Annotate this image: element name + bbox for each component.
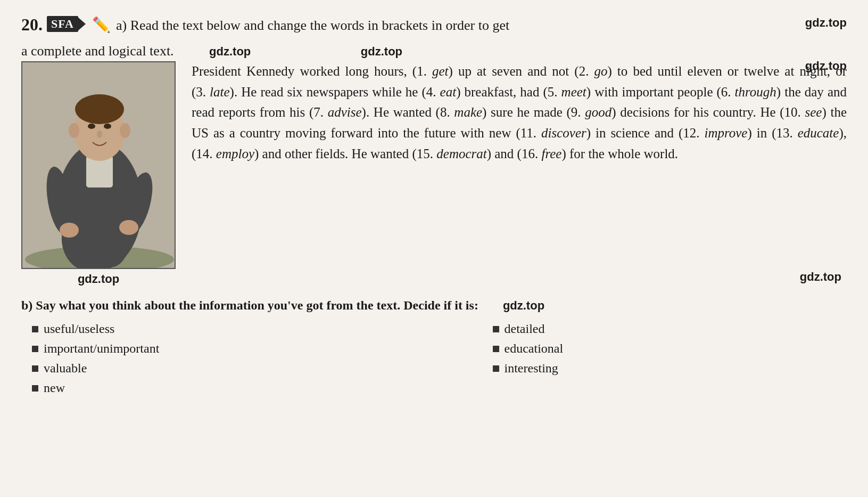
svg-point-16 xyxy=(60,223,79,238)
bullet-icon xyxy=(32,385,38,392)
instruction-line2-container: a complete and logical text. gdz.top gdz… xyxy=(21,42,847,61)
bullet-icon xyxy=(493,346,499,352)
svg-point-8 xyxy=(75,94,124,124)
exercise-header: 20. SFA ✏️ a) Read the text below and ch… xyxy=(21,16,847,35)
bullet-icon xyxy=(493,365,499,372)
svg-point-10 xyxy=(104,124,111,129)
svg-point-13 xyxy=(120,123,130,138)
list-item: useful/useless xyxy=(32,322,386,336)
svg-point-9 xyxy=(88,124,95,129)
section-b-header: b) Say what you think about the informat… xyxy=(21,297,847,315)
svg-point-11 xyxy=(97,131,102,138)
watermark-text-bottom-right: gdz.top xyxy=(800,268,841,286)
list-item: interesting xyxy=(493,361,847,376)
main-text-block: gdz.top President Kennedy worked long ho… xyxy=(192,61,847,286)
portrait-container: gdz.top xyxy=(21,61,176,286)
watermark-section-b: gdz.top xyxy=(503,299,544,312)
options-left: useful/useless important/unimportant val… xyxy=(32,322,386,395)
content-area: gdz.top gdz.top President Kennedy worked… xyxy=(21,61,847,286)
paragraph-text: President Kennedy worked long hours, (1.… xyxy=(192,61,847,165)
exercise-instruction-a2: a complete and logical text. gdz.top gdz… xyxy=(21,43,402,59)
watermark-line2-mid: gdz.top xyxy=(209,45,251,58)
portrait-svg xyxy=(22,62,176,269)
page: 20. SFA ✏️ a) Read the text below and ch… xyxy=(21,16,847,395)
watermark-top-right: gdz.top xyxy=(805,16,847,30)
exercise-instruction-a: a) Read the text below and change the wo… xyxy=(116,16,509,35)
list-item: important/unimportant xyxy=(32,341,386,356)
portrait-image xyxy=(21,61,176,269)
bullet-icon xyxy=(32,326,38,332)
options-right: detailed educational interesting xyxy=(493,322,847,395)
bullet-icon xyxy=(32,365,38,372)
pencil-icon: ✏️ xyxy=(92,16,111,34)
sfa-badge: SFA xyxy=(47,16,78,32)
svg-point-12 xyxy=(69,123,79,138)
watermark-line2-right: gdz.top xyxy=(361,45,402,58)
section-b: b) Say what you think about the informat… xyxy=(21,297,847,396)
watermark-below-image: gdz.top xyxy=(78,272,119,286)
svg-point-17 xyxy=(119,220,138,235)
list-item: educational xyxy=(493,341,847,356)
exercise-number: 20. xyxy=(21,16,43,33)
list-item: detailed xyxy=(493,322,847,336)
list-item: valuable xyxy=(32,361,386,376)
options-grid: useful/useless important/unimportant val… xyxy=(21,322,847,395)
bullet-icon xyxy=(32,346,38,352)
watermark-text-top-right: gdz.top xyxy=(805,57,847,75)
section-b-header-container: b) Say what you think about the informat… xyxy=(21,297,847,315)
list-item: new xyxy=(32,381,386,395)
bullet-icon xyxy=(493,326,499,332)
